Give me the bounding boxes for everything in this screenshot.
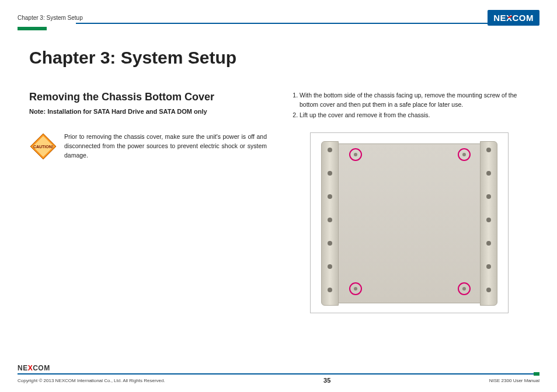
screw-marker-icon xyxy=(349,282,362,295)
brand-x-icon: X xyxy=(506,13,513,23)
footer-brand-x-icon: X xyxy=(28,364,33,372)
footer-logo: NEXCOM xyxy=(18,364,539,372)
section-heading: Removing the Chassis Bottom Cover xyxy=(29,91,267,103)
accent-bar-icon xyxy=(18,27,47,30)
footer-brand-pre: NE xyxy=(18,364,28,372)
page-number: 35 xyxy=(323,377,330,384)
footer: NEXCOM Copyright © 2013 NEXCOM Internati… xyxy=(18,364,539,384)
caution-text: Prior to removing the chassis cover, mak… xyxy=(64,132,267,160)
caution-icon: CAUTION! xyxy=(29,132,57,160)
brand-post: COM xyxy=(513,13,534,23)
header-rule xyxy=(76,23,539,24)
doc-reference: NISE 2300 User Manual xyxy=(489,378,539,383)
chapter-title: Chapter 3: System Setup xyxy=(29,48,539,68)
screw-marker-icon xyxy=(349,148,362,161)
screw-marker-icon xyxy=(458,148,471,161)
footer-accent-icon xyxy=(534,372,539,376)
caution-block: CAUTION! Prior to removing the chassis c… xyxy=(29,132,267,160)
chassis-rail-left xyxy=(321,141,339,306)
section-note: Note: Installation for SATA Hard Drive a… xyxy=(29,108,267,115)
chassis-rail-right xyxy=(480,141,497,306)
breadcrumb: Chapter 3: System Setup xyxy=(18,15,83,21)
step-item: Lift up the cover and remove it from the… xyxy=(300,111,528,120)
brand-pre: NE xyxy=(493,13,506,23)
content-columns: Removing the Chassis Bottom Cover Note: … xyxy=(18,91,539,313)
caution-label: CAUTION! xyxy=(33,145,53,149)
document-page: Chapter 3: System Setup NEXCOM Chapter 3… xyxy=(0,0,557,392)
left-column: Removing the Chassis Bottom Cover Note: … xyxy=(29,91,267,313)
right-column: With the bottom side of the chassis faci… xyxy=(290,91,528,313)
step-item: With the bottom side of the chassis faci… xyxy=(300,91,528,110)
chassis-figure xyxy=(290,132,528,313)
steps-list: With the bottom side of the chassis faci… xyxy=(290,91,528,120)
footer-row: Copyright © 2013 NEXCOM International Co… xyxy=(18,377,539,384)
chassis-plate xyxy=(333,144,487,303)
screw-marker-icon xyxy=(458,282,471,295)
copyright-text: Copyright © 2013 NEXCOM International Co… xyxy=(18,378,165,383)
footer-rule xyxy=(18,373,539,374)
footer-brand-post: COM xyxy=(33,364,50,372)
chassis-image xyxy=(310,132,509,313)
